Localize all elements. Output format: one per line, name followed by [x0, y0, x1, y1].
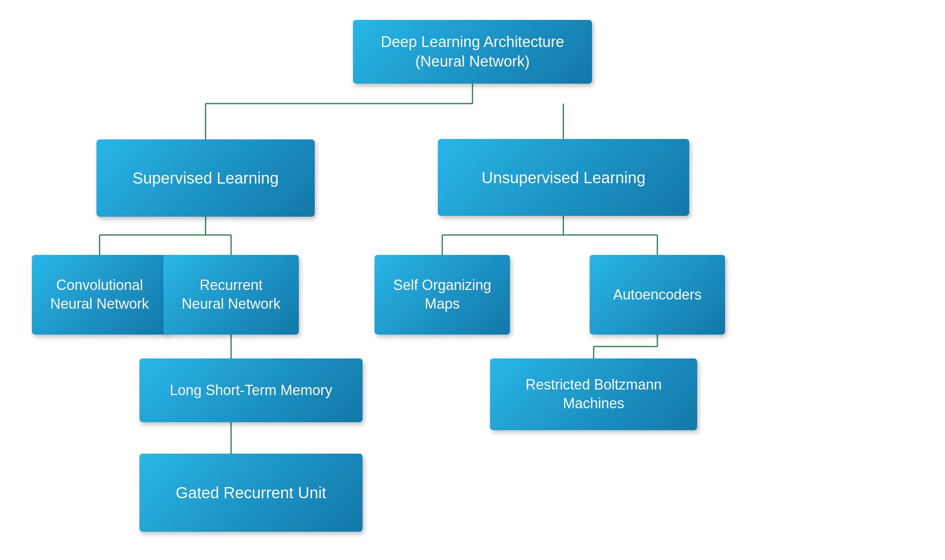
rnn-node: Recurrent Neural Network — [163, 255, 299, 335]
rbm-node: Restricted Boltzmann Machines — [490, 358, 697, 430]
cnn-node: Convolutional Neural Network — [32, 255, 167, 335]
diagram: Deep Learning Architecture (Neural Netwo… — [0, 0, 945, 560]
lstm-node: Long Short-Term Memory — [139, 358, 363, 422]
gru-node: Gated Recurrent Unit — [139, 454, 363, 532]
root-node: Deep Learning Architecture (Neural Netwo… — [353, 20, 592, 84]
supervised-node: Supervised Learning — [96, 139, 315, 217]
unsupervised-node: Unsupervised Learning — [438, 139, 689, 216]
ae-node: Autoencoders — [590, 255, 725, 335]
som-node: Self Organizing Maps — [374, 255, 510, 335]
